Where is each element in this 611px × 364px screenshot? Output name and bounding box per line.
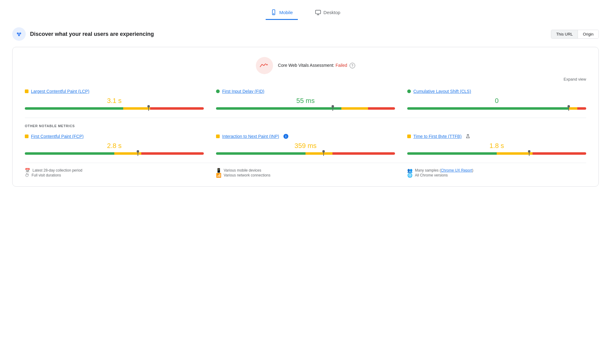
progress-track-fcp (25, 152, 204, 155)
metric-dot-fid (216, 89, 220, 93)
footer-text: Various network connections (224, 173, 271, 177)
footer-item: 👥 Many samples (Chrome UX Report) (407, 168, 586, 173)
bar-red-lcp (150, 107, 204, 110)
progress-track-fid (216, 107, 395, 110)
metric-name-inp[interactable]: Interaction to Next Paint (INP) (222, 134, 279, 139)
footer-icon: 📱 (216, 168, 221, 173)
assessment-status: Failed (336, 63, 347, 68)
desktop-icon (315, 9, 321, 15)
progress-bar-lcp (25, 107, 204, 110)
info-badge[interactable]: i (283, 134, 288, 139)
flask-icon (466, 134, 470, 139)
bar-orange-fcp (114, 152, 141, 155)
metric-label-ttfb: Time to First Byte (TTFB) (407, 134, 586, 139)
origin-button[interactable]: Origin (578, 30, 598, 38)
footer-icon: 🌐 (407, 173, 412, 178)
bar-red-inp (332, 152, 395, 155)
this-url-button[interactable]: This URL (551, 30, 578, 38)
section-divider (25, 118, 586, 118)
tab-bar: Mobile Desktop (12, 6, 599, 20)
metric-name-fcp[interactable]: First Contentful Paint (FCP) (31, 134, 84, 139)
metric-dot-lcp (25, 89, 28, 93)
progress-bar-fid (216, 107, 395, 110)
metric-fcp: First Contentful Paint (FCP) 2.8 s (25, 134, 204, 155)
assessment-title: Core Web Vitals Assessment: Failed ? (278, 63, 355, 68)
crux-avatar (12, 27, 26, 41)
metric-cls: Cumulative Layout Shift (CLS) 0 (407, 89, 586, 110)
bar-orange-lcp (123, 107, 150, 110)
footer-text: All Chrome versions (415, 173, 448, 177)
footer-item: ⏱ Full visit durations (25, 173, 204, 178)
progress-bar-ttfb (407, 152, 586, 155)
other-metrics-grid: First Contentful Paint (FCP) 2.8 s Inter… (25, 134, 586, 155)
svg-rect-2 (315, 10, 321, 14)
footer-text: Many samples (Chrome UX Report) (415, 168, 473, 173)
metric-name-fid[interactable]: First Input Delay (FID) (222, 89, 264, 94)
bar-orange-fid (341, 107, 368, 110)
expand-view-link[interactable]: Expand view (564, 77, 586, 82)
bar-green-fcp (25, 152, 114, 155)
chrome-ux-link[interactable]: Chrome UX Report (441, 168, 472, 173)
bar-red-ttfb (533, 152, 586, 155)
metric-label-inp: Interaction to Next Paint (INP) i (216, 134, 395, 139)
bar-green-lcp (25, 107, 123, 110)
metric-label-lcp: Largest Contentful Paint (LCP) (25, 89, 204, 94)
progress-bar-cls (407, 107, 586, 110)
svg-point-3 (15, 30, 23, 38)
bar-red-fcp (141, 152, 204, 155)
footer-col-3: 👥 Many samples (Chrome UX Report)🌐 All C… (407, 168, 586, 178)
progress-marker-fcp (138, 151, 138, 156)
progress-track-cls (407, 107, 586, 110)
expand-view-container: Expand view (25, 77, 586, 82)
footer-text: Various mobile devices (224, 168, 261, 173)
metric-label-fid: First Input Delay (FID) (216, 89, 395, 94)
tab-desktop[interactable]: Desktop (310, 6, 345, 20)
help-icon[interactable]: ? (350, 63, 355, 68)
bar-orange-cls (568, 107, 577, 110)
footer-item: 📶 Various network connections (216, 173, 395, 178)
main-card: Core Web Vitals Assessment: Failed ? Exp… (12, 47, 599, 187)
mobile-icon (271, 9, 277, 15)
bar-green-fid (216, 107, 341, 110)
bar-orange-ttfb (497, 152, 533, 155)
footer-icon: 📶 (216, 173, 221, 178)
metric-value-cls: 0 (407, 97, 586, 105)
other-metrics-label: OTHER NOTABLE METRICS (25, 124, 586, 128)
svg-point-1 (274, 13, 274, 14)
metric-value-ttfb: 1.8 s (407, 142, 586, 150)
metric-name-cls[interactable]: Cumulative Layout Shift (CLS) (413, 89, 471, 94)
bar-red-fid (368, 107, 395, 110)
footer-col-2: 📱 Various mobile devices📶 Various networ… (216, 168, 395, 178)
tab-mobile[interactable]: Mobile (266, 6, 298, 20)
footer-icon: ⏱ (25, 173, 29, 178)
core-metrics-grid: Largest Contentful Paint (LCP) 3.1 s Fir… (25, 89, 586, 110)
footer-item: 🌐 All Chrome versions (407, 173, 586, 178)
metric-label-fcp: First Contentful Paint (FCP) (25, 134, 204, 139)
metric-lcp: Largest Contentful Paint (LCP) 3.1 s (25, 89, 204, 110)
progress-bar-fcp (25, 152, 204, 155)
progress-track-inp (216, 152, 395, 155)
footer-item: 📅 Latest 28-day collection period (25, 168, 204, 173)
progress-marker-lcp (148, 106, 149, 111)
bar-green-cls (407, 107, 568, 110)
header-title: Discover what your real users are experi… (30, 31, 154, 37)
footer-icon: 👥 (407, 168, 412, 173)
footer-icon: 📅 (25, 168, 30, 173)
metric-value-fcp: 2.8 s (25, 142, 204, 150)
bar-orange-inp (306, 152, 332, 155)
header-section: Discover what your real users are experi… (12, 27, 599, 41)
metric-value-lcp: 3.1 s (25, 97, 204, 105)
header-left: Discover what your real users are experi… (12, 27, 154, 41)
bar-green-inp (216, 152, 306, 155)
url-toggle: This URL Origin (551, 30, 599, 39)
progress-marker-ttfb (529, 151, 529, 156)
footer-text: Latest 28-day collection period (32, 168, 82, 173)
progress-bar-inp (216, 152, 395, 155)
metric-fid: First Input Delay (FID) 55 ms (216, 89, 395, 110)
metric-dot-cls (407, 89, 411, 93)
footer-text: Full visit durations (32, 173, 61, 177)
metric-name-lcp[interactable]: Largest Contentful Paint (LCP) (31, 89, 89, 94)
metric-name-ttfb[interactable]: Time to First Byte (TTFB) (413, 134, 461, 139)
metric-value-fid: 55 ms (216, 97, 395, 105)
progress-track-ttfb (407, 152, 586, 155)
